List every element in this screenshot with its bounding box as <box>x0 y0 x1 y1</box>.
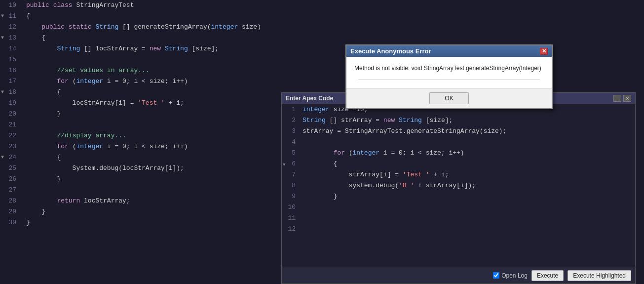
apex-panel: Enter Apex Code _ ✕ 1integer size =10;2S… <box>281 92 636 284</box>
line-number: 12 <box>0 22 22 33</box>
line-number: 19 <box>0 98 22 109</box>
apex-panel-title: Enter Apex Code <box>286 95 333 102</box>
line-number: 21 <box>0 120 22 130</box>
line-number: 16 <box>0 65 22 76</box>
line-number: 15 <box>0 54 22 65</box>
table-row: 9 } <box>282 191 635 202</box>
apex-line-number: 10 <box>282 202 301 213</box>
line-number: 23 <box>0 141 22 152</box>
apex-line-content: strArray[i] = 'Test ' + i; <box>301 169 635 180</box>
table-row: 6 { <box>282 159 635 169</box>
error-dialog-ok-button[interactable]: OK <box>429 92 468 104</box>
execute-button[interactable]: Execute <box>531 270 564 281</box>
line-number: 26 <box>0 174 22 185</box>
apex-line-content: system.debug('B ' + strArray[i]); <box>301 180 635 191</box>
apex-line-number: 8 <box>282 180 301 191</box>
line-number: 22 <box>0 130 22 141</box>
apex-line-content: } <box>301 191 635 202</box>
apex-line-number: 1 <box>282 104 301 115</box>
open-log-label: Open Log <box>501 272 528 279</box>
error-dialog-body: Method is not visible: void StringArrayT… <box>346 57 552 88</box>
line-content: { <box>22 33 644 43</box>
table-row: 10 <box>282 202 635 213</box>
apex-line-content: for (integer i = 0; i < size; i++) <box>301 148 635 159</box>
table-row: 11{ <box>0 11 644 22</box>
line-number: 14 <box>0 43 22 54</box>
line-number: 27 <box>0 185 22 196</box>
apex-panel-minimize[interactable]: _ <box>613 95 621 102</box>
table-row: 12 <box>282 224 635 235</box>
line-number: 17 <box>0 76 22 87</box>
table-row: 5 for (integer i = 0; i < size; i++) <box>282 148 635 159</box>
apex-panel-controls: _ ✕ <box>613 95 631 102</box>
table-row: 4 <box>282 137 635 148</box>
apex-code-area[interactable]: 1integer size =10;2String [] strArray = … <box>282 104 635 267</box>
open-log-checkbox[interactable] <box>493 272 499 279</box>
apex-line-number: 9 <box>282 191 301 202</box>
table-row: 7 strArray[i] = 'Test ' + i; <box>282 169 635 180</box>
table-row: 2String [] strArray = new String [size]; <box>282 115 635 126</box>
table-row: 11 <box>282 213 635 224</box>
line-content: public class StringArrayTest <box>22 0 644 11</box>
table-row: 12 public static String [] generateStrin… <box>0 22 644 33</box>
line-number: 10 <box>0 0 22 11</box>
error-dialog: Execute Anonymous Error ✕ Method is not … <box>345 44 553 109</box>
apex-line-content: { <box>301 159 635 169</box>
error-dialog-footer: OK <box>346 88 552 108</box>
table-row: 8 system.debug('B ' + strArray[i]); <box>282 180 635 191</box>
line-number: 25 <box>0 163 22 174</box>
line-content: { <box>22 11 644 22</box>
apex-line-number: 4 <box>282 137 301 148</box>
error-dialog-close-button[interactable]: ✕ <box>540 48 548 55</box>
error-dialog-title: Execute Anonymous Error <box>350 47 431 55</box>
line-number: 28 <box>0 196 22 206</box>
line-number: 18 <box>0 87 22 98</box>
table-row: 3strArray = StringArrayTest.generateStri… <box>282 126 635 137</box>
line-number: 24 <box>0 152 22 163</box>
line-number: 29 <box>0 206 22 217</box>
execute-highlighted-button[interactable]: Execute Highlighted <box>568 270 631 281</box>
error-dialog-titlebar: Execute Anonymous Error ✕ <box>346 45 552 57</box>
apex-line-content: strArray = StringArrayTest.generateStrin… <box>301 126 635 137</box>
apex-line-number: 3 <box>282 126 301 137</box>
line-number: 20 <box>0 109 22 120</box>
line-content: public static String [] generateStringAr… <box>22 22 644 33</box>
apex-line-number: 12 <box>282 224 301 235</box>
apex-line-number: 5 <box>282 148 301 159</box>
line-number: 13 <box>0 33 22 43</box>
table-row: 10public class StringArrayTest <box>0 0 644 11</box>
apex-line-content: String [] strArray = new String [size]; <box>301 115 635 126</box>
apex-panel-footer: Open Log Execute Execute Highlighted <box>282 267 635 284</box>
apex-line-number: 6 <box>282 159 301 169</box>
table-row: 13 { <box>0 33 644 43</box>
error-dialog-separator <box>358 80 540 80</box>
error-dialog-message: Method is not visible: void StringArrayT… <box>354 65 544 72</box>
apex-panel-close[interactable]: ✕ <box>623 95 631 102</box>
main-editor: 10public class StringArrayTest11{12 publ… <box>0 0 644 284</box>
line-number: 11 <box>0 11 22 22</box>
apex-line-number: 7 <box>282 169 301 180</box>
apex-line-number: 2 <box>282 115 301 126</box>
open-log-container: Open Log <box>493 272 528 279</box>
line-number: 30 <box>0 217 22 228</box>
apex-line-number: 11 <box>282 213 301 224</box>
